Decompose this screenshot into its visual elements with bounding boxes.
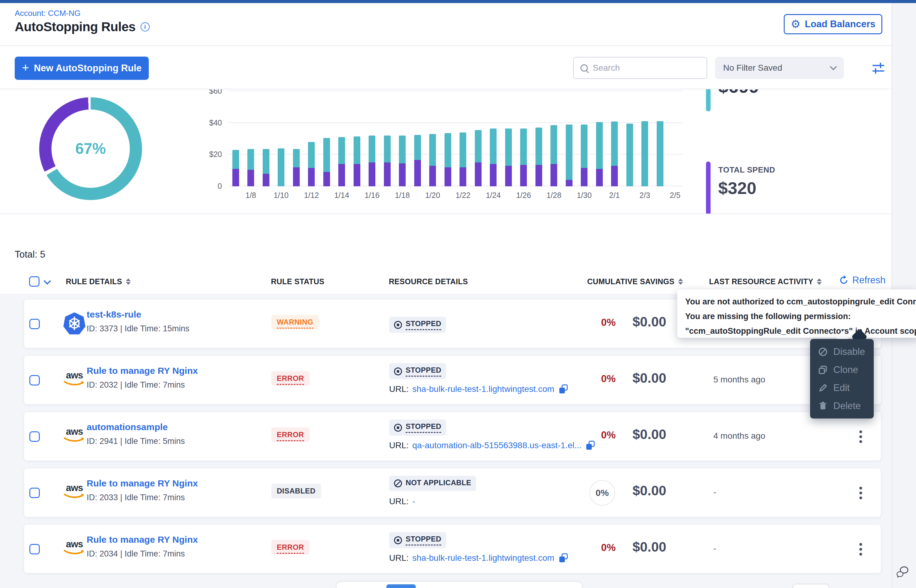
x-tick-label: 1/16 <box>365 191 380 200</box>
row-checkbox[interactable] <box>29 319 40 329</box>
delete-icon <box>818 401 828 411</box>
x-tick-label: 1/14 <box>334 191 349 200</box>
menu-item-label: Disable <box>833 346 865 357</box>
url-prefix: URL: <box>389 384 409 394</box>
page-title-row: AutoStopping Rules i <box>15 19 150 34</box>
rule-name-link[interactable]: Rule to manage RY Nginx <box>87 365 198 376</box>
rule-name-link[interactable]: test-k8s-rule <box>87 309 141 320</box>
table-row-2: aws Rule to manage RY Nginx ID: 2032 | I… <box>24 355 881 404</box>
row-checkbox[interactable] <box>29 488 40 498</box>
bar-1/24 <box>486 91 501 186</box>
pagination-secondary-pill[interactable] <box>793 584 829 588</box>
info-icon[interactable]: i <box>141 22 150 32</box>
menu-item-clone[interactable]: Clone <box>810 364 874 375</box>
y-tick-label: $40 <box>191 118 222 127</box>
new-rule-label: New AutoStopping Rule <box>34 63 142 74</box>
select-all-chevron-icon[interactable] <box>44 277 51 284</box>
search-box <box>573 57 707 79</box>
x-tick-label: 2/1 <box>609 191 620 200</box>
menu-item-label: Clone <box>833 364 858 375</box>
bar-1/12 <box>304 91 319 186</box>
header-divider <box>0 45 916 46</box>
row-checkbox[interactable] <box>29 544 40 554</box>
column-label: RULE DETAILS <box>66 277 122 286</box>
select-all-checkbox[interactable] <box>29 276 39 287</box>
bar-2/2 <box>622 91 638 186</box>
last-activity: 4 months ago <box>713 431 765 441</box>
pagination-active-page[interactable] <box>386 584 416 588</box>
savings-amount: $0.00 <box>633 370 666 386</box>
bar-1/26 <box>516 91 531 186</box>
sort-icon <box>678 278 683 285</box>
savings-percentage-label: 67% <box>39 97 142 200</box>
tooltip-line: You are missing the following permission… <box>685 310 911 323</box>
resource-url: URL: sha-bulk-rule-test-1.lightwingtest.… <box>389 384 568 394</box>
new-autostopping-rule-button[interactable]: + New AutoStopping Rule <box>15 57 149 80</box>
rule-meta: ID: 2034 | Idle Time: 7mins <box>87 549 185 559</box>
savings-amount: $0.00 <box>633 314 666 330</box>
bar-1/25 <box>501 91 516 186</box>
tooltip-line: You are not authorized to ccm_autostoppi… <box>685 296 911 308</box>
y-tick-label: $60 <box>191 89 222 95</box>
savings-percent: 0% <box>579 542 616 553</box>
column-rule-details[interactable]: RULE DETAILS <box>66 277 131 286</box>
bar-1/18 <box>395 91 410 186</box>
pagination-bar <box>337 582 582 588</box>
menu-item-edit[interactable]: Edit <box>810 383 874 393</box>
autostopping-rules-page: Account: CCM-NG AutoStopping Rules i ⚙ L… <box>0 0 916 588</box>
bar-1/10 <box>274 91 289 186</box>
bar-1/29 <box>562 91 577 186</box>
resource-url: URL: - <box>389 496 415 506</box>
filter-sliders-icon[interactable] <box>871 61 885 75</box>
bar-1/15 <box>349 91 365 186</box>
last-activity: 5 months ago <box>713 375 765 384</box>
column-cumulative-savings[interactable]: CUMULATIVE SAVINGS <box>587 277 683 286</box>
rule-name-link[interactable]: Rule to manage RY Nginx <box>87 478 198 489</box>
refresh-icon <box>839 275 849 285</box>
table-row-5: aws Rule to manage RY Nginx ID: 2034 | I… <box>24 524 881 573</box>
column-label: RESOURCE DETAILS <box>389 277 468 286</box>
table-row-4: aws Rule to manage RY Nginx ID: 2033 | I… <box>24 468 881 517</box>
column-last-resource-activity[interactable]: LAST RESOURCE ACTIVITY <box>709 277 822 286</box>
chevron-down-icon <box>830 63 837 70</box>
resource-status-chip: STOPPED <box>389 317 446 333</box>
url-link[interactable]: qa-automation-alb-515563988.us-east-1.el… <box>413 441 582 450</box>
refresh-button[interactable]: Refresh <box>839 275 886 286</box>
savings-percent: 0% <box>579 317 616 328</box>
savings-percent: 0% <box>579 429 616 441</box>
copy-icon[interactable] <box>585 440 596 451</box>
row-actions-kebab[interactable] <box>855 483 867 502</box>
gear-icon: ⚙ <box>790 19 800 30</box>
y-tick-label: $20 <box>191 150 222 159</box>
x-tick-label: 1/30 <box>577 191 592 200</box>
menu-item-disable[interactable]: Disable <box>810 346 874 357</box>
rule-name-link[interactable]: automationsample <box>87 422 168 432</box>
breadcrumb-account[interactable]: Account: CCM-NG <box>15 8 81 18</box>
row-checkbox[interactable] <box>29 375 40 386</box>
url-prefix: URL: <box>389 496 409 506</box>
saved-filter-select[interactable]: No Filter Saved <box>715 57 844 79</box>
column-resource-details: RESOURCE DETAILS <box>389 277 468 286</box>
y-tick-label: 0 <box>191 182 222 191</box>
x-tick-label: 1/24 <box>486 191 501 200</box>
copy-icon[interactable] <box>558 553 568 563</box>
chat-bubbles-icon[interactable] <box>895 565 912 582</box>
x-tick-label: 1/12 <box>304 191 319 200</box>
rule-name-link[interactable]: Rule to manage RY Nginx <box>87 535 198 545</box>
row-actions-kebab[interactable] <box>855 427 867 446</box>
row-checkbox[interactable] <box>29 431 40 442</box>
table-row-3: aws automationsample ID: 2941 | Idle Tim… <box>24 412 881 461</box>
url-link[interactable]: - <box>413 496 415 506</box>
load-balancers-button[interactable]: ⚙ Load Balancers <box>784 14 882 34</box>
copy-icon[interactable] <box>558 384 568 394</box>
url-link[interactable]: sha-bulk-rule-test-1.lightwingtest.com <box>413 384 554 394</box>
row-actions-kebab[interactable] <box>855 540 867 559</box>
menu-item-delete[interactable]: Delete <box>810 401 874 412</box>
resource-url: URL: sha-bulk-rule-test-1.lightwingtest.… <box>389 553 568 563</box>
bar-1/28 <box>547 91 562 186</box>
search-input[interactable] <box>593 63 700 73</box>
bar-1/19 <box>410 91 425 186</box>
resource-status-chip: STOPPED <box>389 420 446 436</box>
url-link[interactable]: sha-bulk-rule-test-1.lightwingtest.com <box>413 553 554 563</box>
bar-1/23 <box>471 91 486 186</box>
